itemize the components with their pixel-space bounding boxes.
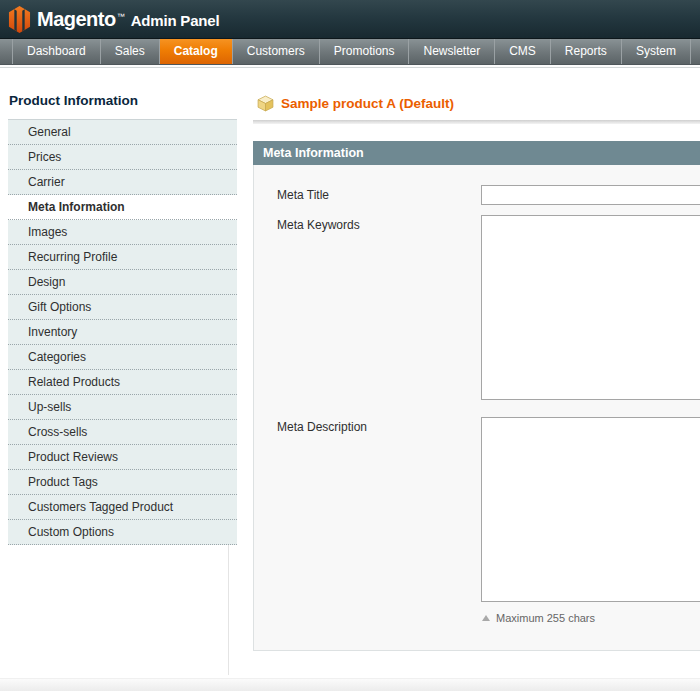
meta-title-label: Meta Title [254, 185, 481, 205]
meta-information-panel: Meta Information Meta Title Meta Keyword… [253, 141, 700, 651]
meta-keywords-row: Meta Keywords [254, 215, 700, 404]
nav-item-system[interactable]: System [621, 39, 691, 64]
sidebar-item-general[interactable]: General [8, 120, 237, 145]
sidebar-item-product-reviews[interactable]: Product Reviews [8, 445, 237, 470]
meta-title-input[interactable] [481, 185, 700, 205]
note-text: Maximum 255 chars [496, 612, 595, 624]
sidebar-item-inventory[interactable]: Inventory [8, 320, 237, 345]
sidebar-item-product-tags[interactable]: Product Tags [8, 470, 237, 495]
magento-logo-icon [8, 5, 31, 34]
nav-item-catalog[interactable]: Catalog [159, 39, 232, 64]
brand-wordmark: Magento [37, 8, 116, 31]
sidebar-item-meta-information[interactable]: Meta Information [8, 195, 237, 220]
product-tabs-sidebar: Product Information General Prices Carri… [8, 68, 237, 545]
nav-item-sales[interactable]: Sales [100, 39, 159, 64]
meta-description-note: Maximum 255 chars [482, 612, 700, 624]
nav-item-dashboard[interactable]: Dashboard [12, 39, 100, 64]
meta-keywords-textarea[interactable] [481, 215, 700, 400]
meta-keywords-label: Meta Keywords [254, 215, 481, 235]
page-title: Sample product A (Default) [281, 96, 454, 111]
sidebar-item-prices[interactable]: Prices [8, 145, 237, 170]
brand-trademark: ™ [117, 12, 125, 21]
app-header: Magento ™ Admin Panel [0, 0, 700, 39]
sidebar-item-images[interactable]: Images [8, 220, 237, 245]
brand-title: Magento ™ Admin Panel [37, 8, 219, 31]
panel-header: Meta Information [253, 141, 700, 165]
main-panel: Sample product A (Default) Meta Informat… [253, 68, 700, 651]
product-tabs-list: General Prices Carrier Meta Information … [8, 119, 237, 545]
sidebar-item-recurring-profile[interactable]: Recurring Profile [8, 245, 237, 270]
panel-body: Meta Title Meta Keywords Meta Descriptio… [253, 165, 700, 651]
sidebar-item-up-sells[interactable]: Up-sells [8, 395, 237, 420]
sidebar-item-cross-sells[interactable]: Cross-sells [8, 420, 237, 445]
sidebar-item-custom-options[interactable]: Custom Options [8, 520, 237, 545]
sidebar-item-carrier[interactable]: Carrier [8, 170, 237, 195]
brand-subtitle: Admin Panel [131, 12, 220, 29]
meta-title-row: Meta Title [254, 185, 700, 205]
footer-strip [0, 678, 700, 691]
product-cube-icon [257, 95, 274, 112]
main-nav: Dashboard Sales Catalog Customers Promot… [0, 39, 700, 65]
sidebar-item-related-products[interactable]: Related Products [8, 370, 237, 395]
sidebar-item-gift-options[interactable]: Gift Options [8, 295, 237, 320]
sidebar-border-rule [228, 545, 229, 675]
sidebar-item-design[interactable]: Design [8, 270, 237, 295]
nav-item-reports[interactable]: Reports [550, 39, 621, 64]
title-divider [253, 120, 700, 124]
magento-admin-page: Magento ™ Admin Panel Dashboard Sales Ca… [0, 0, 700, 691]
meta-description-row: Meta Description Maximum 255 chars [254, 417, 700, 624]
note-triangle-icon [482, 615, 490, 621]
meta-description-label: Meta Description [254, 417, 481, 437]
nav-item-cms[interactable]: CMS [494, 39, 550, 64]
content-area: Product Information General Prices Carri… [0, 68, 700, 691]
nav-item-customers[interactable]: Customers [232, 39, 319, 64]
sidebar-title: Product Information [9, 93, 237, 108]
nav-item-newsletter[interactable]: Newsletter [408, 39, 494, 64]
sidebar-item-customers-tagged-product[interactable]: Customers Tagged Product [8, 495, 237, 520]
page-title-row: Sample product A (Default) [253, 95, 700, 112]
meta-description-textarea[interactable] [481, 417, 700, 602]
sidebar-item-categories[interactable]: Categories [8, 345, 237, 370]
nav-item-promotions[interactable]: Promotions [319, 39, 409, 64]
